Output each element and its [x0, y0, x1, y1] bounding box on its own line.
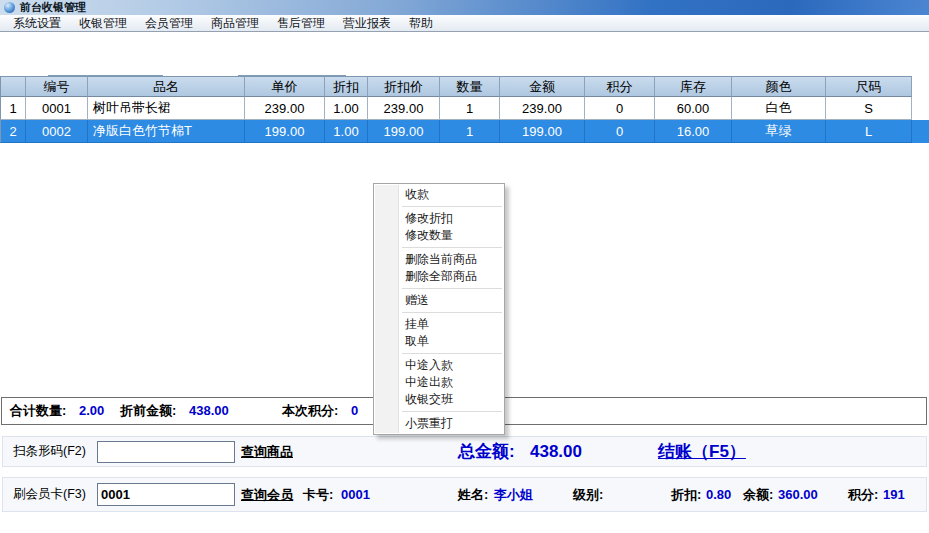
cell-rownum: 1	[0, 97, 26, 120]
menu-member-mgmt[interactable]: 会员管理	[136, 15, 202, 31]
menu-item-gift[interactable]: 赠送	[374, 292, 504, 309]
checkout-panel: 扫条形码(F2) 查询商品 总金额: 438.00 结账（F5）	[2, 436, 927, 467]
menu-item-delete-current[interactable]: 删除当前商品	[374, 251, 504, 268]
cell-discount-price: 239.00	[368, 97, 440, 120]
barcode-input[interactable]	[97, 441, 235, 463]
menu-item-modify-qty[interactable]: 修改数量	[374, 227, 504, 244]
member-points-value: 191	[883, 478, 905, 511]
app-icon	[4, 2, 15, 13]
total-amount-label: 总金额:	[458, 437, 515, 467]
cell-code: 0002	[26, 120, 88, 143]
menu-item-delete-all[interactable]: 删除全部商品	[374, 268, 504, 285]
cell-qty: 1	[440, 97, 500, 120]
menu-separator	[402, 206, 502, 207]
menu-item-reprint-receipt[interactable]: 小票重打	[374, 415, 504, 432]
menu-item-hold-order[interactable]: 挂单	[374, 316, 504, 333]
col-header-stock[interactable]: 库存	[655, 76, 732, 97]
menu-item-modify-discount[interactable]: 修改折扣	[374, 210, 504, 227]
cell-name: 树叶吊带长裙	[88, 97, 245, 120]
cell-stock: 16.00	[655, 120, 732, 143]
member-level-label: 级别:	[573, 478, 603, 511]
cell-size: S	[826, 97, 912, 120]
menu-item-retrieve-order[interactable]: 取单	[374, 333, 504, 350]
cell-name: 净版白色竹节棉T	[88, 120, 245, 143]
cell-discount: 1.00	[325, 120, 368, 143]
title-bar: 前台收银管理	[0, 0, 929, 15]
cell-filler	[912, 120, 929, 143]
settle-button[interactable]: 结账（F5）	[658, 437, 746, 467]
col-header-rownum[interactable]	[0, 76, 26, 97]
menu-business-report[interactable]: 营业报表	[334, 15, 400, 31]
menu-separator	[402, 247, 502, 248]
session-points-value: 0	[351, 398, 358, 424]
query-product-link[interactable]: 查询商品	[241, 437, 293, 466]
cell-size: L	[826, 120, 912, 143]
context-menu: 收款 修改折扣 修改数量 删除当前商品 删除全部商品 赠送 挂单 取单 中途入款…	[373, 183, 505, 435]
col-header-color[interactable]: 颜色	[732, 76, 826, 97]
cell-discount-price: 199.00	[368, 120, 440, 143]
window-title: 前台收银管理	[20, 0, 86, 15]
cell-qty: 1	[440, 120, 500, 143]
member-points-label: 积分:	[848, 478, 878, 511]
member-card-input[interactable]	[97, 483, 235, 506]
member-panel: 刷会员卡(F3) 查询会员 卡号: 0001 姓名: 李小姐 级别: 折扣: 0…	[2, 477, 927, 512]
member-name-label: 姓名:	[458, 478, 488, 511]
col-header-points[interactable]: 积分	[585, 76, 655, 97]
member-balance-value: 360.00	[778, 478, 818, 511]
cell-rownum: 2	[0, 120, 26, 143]
member-name-value: 李小姐	[494, 478, 533, 511]
menu-item-shift-change[interactable]: 收银交班	[374, 391, 504, 408]
menu-aftersale-mgmt[interactable]: 售后管理	[268, 15, 334, 31]
col-header-name[interactable]: 品名	[88, 76, 245, 97]
menu-system-settings[interactable]: 系统设置	[4, 15, 70, 31]
cell-color: 草绿	[732, 120, 826, 143]
query-member-link[interactable]: 查询会员	[241, 478, 293, 511]
cell-amount: 239.00	[500, 97, 585, 120]
table-row[interactable]: 1 0001 树叶吊带长裙 239.00 1.00 239.00 1 239.0…	[0, 97, 929, 120]
member-balance-label: 余额:	[743, 478, 773, 511]
barcode-label: 扫条形码(F2)	[13, 437, 86, 466]
cell-points: 0	[585, 120, 655, 143]
col-header-code[interactable]: 编号	[26, 76, 88, 97]
card-number-label: 卡号:	[303, 478, 333, 511]
menu-separator	[402, 312, 502, 313]
card-number-value: 0001	[341, 478, 370, 511]
col-header-amount[interactable]: 金额	[500, 76, 585, 97]
menu-cashier-mgmt[interactable]: 收银管理	[70, 15, 136, 31]
cell-color: 白色	[732, 97, 826, 120]
menu-item-receive-payment[interactable]: 收款	[374, 186, 504, 203]
col-header-qty[interactable]: 数量	[440, 76, 500, 97]
pre-discount-value: 438.00	[189, 398, 229, 424]
member-discount-value: 0.80	[706, 478, 731, 511]
member-card-label: 刷会员卡(F3)	[13, 478, 86, 511]
menu-separator	[402, 353, 502, 354]
menu-separator	[402, 411, 502, 412]
menu-help[interactable]: 帮助	[400, 15, 442, 31]
cell-filler	[912, 97, 929, 120]
col-header-unit-price[interactable]: 单价	[245, 76, 325, 97]
col-header-filler	[912, 76, 929, 97]
menu-item-cash-out[interactable]: 中途出款	[374, 374, 504, 391]
cell-stock: 60.00	[655, 97, 732, 120]
total-qty-label: 合计数量:	[10, 398, 66, 424]
cell-points: 0	[585, 97, 655, 120]
menu-item-cash-in[interactable]: 中途入款	[374, 357, 504, 374]
table-row-selected[interactable]: 2 0002 净版白色竹节棉T 199.00 1.00 199.00 1 199…	[0, 120, 929, 143]
items-grid: 编号 品名 单价 折扣 折扣价 数量 金额 积分 库存 颜色 尺码 1 0001…	[0, 76, 929, 143]
cell-amount: 199.00	[500, 120, 585, 143]
menu-separator	[402, 288, 502, 289]
cell-code: 0001	[26, 97, 88, 120]
member-discount-label: 折扣:	[671, 478, 701, 511]
cell-discount: 1.00	[325, 97, 368, 120]
cell-unit-price: 239.00	[245, 97, 325, 120]
menu-bar: 系统设置 收银管理 会员管理 商品管理 售后管理 营业报表 帮助	[0, 15, 929, 32]
col-header-discount-price[interactable]: 折扣价	[368, 76, 440, 97]
col-header-discount[interactable]: 折扣	[325, 76, 368, 97]
menu-product-mgmt[interactable]: 商品管理	[202, 15, 268, 31]
app-window: 前台收银管理 系统设置 收银管理 会员管理 商品管理 售后管理 营业报表 帮助 …	[0, 0, 929, 533]
grid-header-row: 编号 品名 单价 折扣 折扣价 数量 金额 积分 库存 颜色 尺码	[0, 76, 929, 97]
session-points-label: 本次积分:	[282, 398, 338, 424]
cell-unit-price: 199.00	[245, 120, 325, 143]
col-header-size[interactable]: 尺码	[826, 76, 912, 97]
pre-discount-label: 折前金额:	[120, 398, 176, 424]
